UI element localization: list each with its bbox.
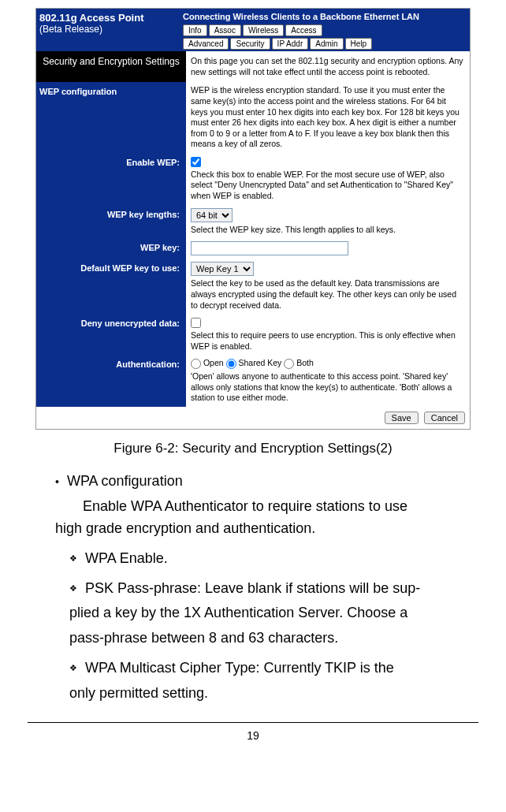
save-button[interactable]: Save	[385, 412, 419, 424]
wpa-heading: WPA configuration	[69, 471, 490, 493]
auth-both-option[interactable]: Both	[284, 358, 314, 367]
tab-access[interactable]: Access	[285, 24, 322, 36]
enable-wep-desc: Check this box to enable WEP. For the mo…	[191, 169, 465, 202]
deny-checkbox[interactable]	[191, 318, 201, 328]
defaultkey-select[interactable]: Wep Key 1	[191, 262, 254, 276]
psk-item-line3: pass-phrase between 8 and 63 characters.	[69, 628, 490, 650]
cipher-item-line2: only permitted setting.	[69, 683, 490, 705]
psk-item-line1: PSK Pass-phrase: Leave blank if stations…	[83, 578, 490, 600]
psk-item-line2: plied a key by the 1X Authentication Ser…	[69, 602, 490, 624]
footer-rule	[28, 722, 478, 723]
wpa-enable-item: WPA Enable.	[83, 548, 490, 570]
auth-label: Authentication:	[36, 355, 186, 407]
deny-desc: Select this to require peers to use encr…	[191, 330, 465, 352]
wep-heading: WEP configuration	[36, 82, 186, 153]
deny-label: Deny unencrypted data:	[36, 314, 186, 355]
page-number: 19	[0, 729, 506, 742]
tab-row-1: Info Assoc Wireless Access	[183, 24, 467, 36]
banner-tagline: Connecting Wireless Clients to a Backbon…	[183, 10, 467, 24]
defaultkey-label: Default WEP key to use:	[36, 259, 186, 314]
wepkey-label: WEP key:	[36, 238, 186, 259]
banner: 802.11g Access Point (Beta Release) Conn…	[36, 9, 470, 51]
defaultkey-desc: Select the key to be used as the default…	[191, 278, 465, 311]
cipher-item-line1: WPA Multicast Cipher Type: Currently TKI…	[83, 657, 490, 680]
wepkey-input[interactable]	[191, 241, 348, 255]
banner-title: 802.11g Access Point	[39, 12, 183, 24]
wep-intro: WEP is the wireless encryption standard.…	[186, 82, 470, 153]
banner-subtitle: (Beta Release)	[39, 24, 183, 35]
auth-shared-option[interactable]: Shared Key	[226, 358, 282, 367]
auth-open-option[interactable]: Open	[191, 358, 224, 367]
enable-wep-checkbox[interactable]	[191, 157, 201, 167]
section-header-title: Security and Encryption Settings	[36, 51, 186, 82]
keylen-select[interactable]: 64 bit	[191, 208, 233, 222]
tab-help[interactable]: Help	[345, 38, 373, 50]
tab-advanced[interactable]: Advanced	[183, 38, 229, 50]
tab-row-2: Advanced Security IP Addr Admin Help	[183, 38, 467, 50]
tab-ipaddr[interactable]: IP Addr	[272, 38, 309, 50]
keylen-desc: Select the WEP key size. This length app…	[191, 225, 465, 236]
tab-security[interactable]: Security	[230, 38, 270, 50]
keylen-label: WEP key lengths:	[36, 205, 186, 239]
document-body: WPA configuration Enable WPA Authenticat…	[28, 471, 490, 705]
router-config-screenshot: 802.11g Access Point (Beta Release) Conn…	[35, 8, 471, 430]
tab-info[interactable]: Info	[183, 24, 207, 36]
enable-wep-label: Enable WEP:	[36, 153, 186, 205]
wpa-intro-line2: high grade encryption and authentication…	[55, 518, 490, 540]
tab-assoc[interactable]: Assoc	[209, 24, 241, 36]
section-header-desc: On this page you can set the 802.11g sec…	[186, 51, 470, 82]
figure-caption: Figure 6-2: Security and Encryption Sett…	[0, 441, 506, 456]
auth-desc: 'Open' allows anyone to authenticate to …	[191, 371, 465, 404]
wpa-intro-line1: Enable WPA Authenticator to require stat…	[83, 496, 490, 518]
cancel-button[interactable]: Cancel	[424, 412, 465, 424]
buttons-row: Save Cancel	[36, 407, 470, 429]
tab-admin[interactable]: Admin	[310, 38, 343, 50]
tab-wireless[interactable]: Wireless	[243, 24, 284, 36]
